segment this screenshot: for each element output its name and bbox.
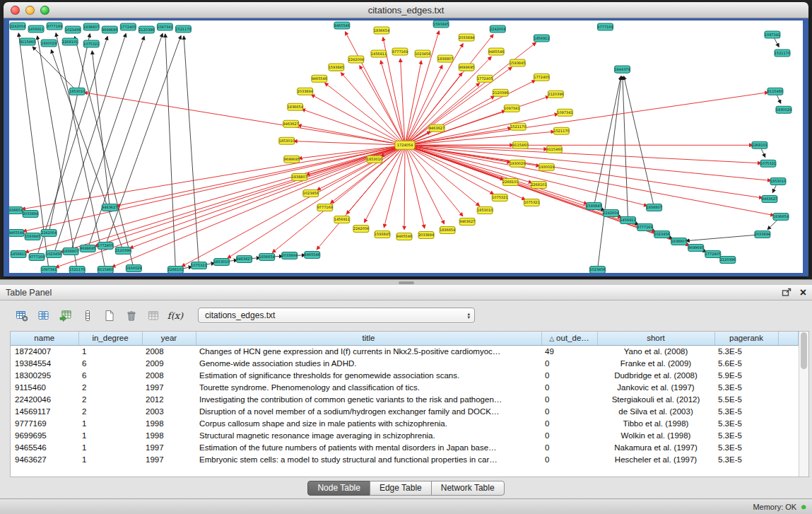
network-node[interactable]: 1023456 [589,267,605,273]
network-node[interactable]: 1097341 [765,31,780,38]
network-node[interactable]: 2033894 [282,252,298,259]
network-node[interactable]: 1521170 [510,123,526,130]
network-node[interactable]: 9777169 [392,48,408,55]
network-node[interactable]: 9115460 [767,88,783,95]
network-node[interactable]: 1838807 [83,23,99,30]
table-row[interactable]: 911546021997Tourette syndrome. Phenomeno… [11,381,799,393]
network-node[interactable]: 1836654 [9,206,23,214]
function-builder-icon[interactable]: f(x) [166,308,184,323]
network-node[interactable]: 1456911 [11,251,26,258]
citation-edge-red[interactable] [406,147,425,228]
network-node[interactable]: 1075321 [83,40,99,47]
window-titlebar[interactable]: citations_edges.txt [4,2,808,18]
network-node[interactable]: 9463627 [102,204,117,211]
column-header-title[interactable]: title [196,332,541,345]
network-node[interactable]: 1456911 [334,216,350,223]
network-node[interactable]: 1521170 [175,25,191,33]
network-node[interactable]: 2268101 [502,178,518,185]
network-node[interactable]: 2033894 [459,34,474,41]
network-node[interactable]: 2120396 [139,26,154,33]
network-node[interactable]: 1521170 [775,49,790,57]
network-node[interactable]: 1772405 [98,243,113,250]
column-header-name[interactable]: name [11,332,78,345]
citation-edge-black[interactable] [594,76,620,204]
network-node[interactable]: 2242004 [353,226,369,233]
citation-edge-black[interactable] [598,76,621,268]
network-node[interactable]: 9777169 [317,204,333,211]
network-node[interactable]: 2120396 [115,247,131,255]
citation-edge-black[interactable] [71,37,144,250]
column-header-out-de[interactable]: △out_de… [541,332,597,345]
network-node[interactable]: 1772405 [534,74,549,81]
network-node[interactable]: 2242004 [490,25,505,33]
network-canvas[interactable]: 1724054185301094636271836654203389494655… [9,21,803,273]
citation-edge-red[interactable] [404,147,405,229]
network-node[interactable]: 2033894 [418,232,434,239]
network-node[interactable]: 1521170 [69,267,85,273]
show-columns-icon[interactable] [35,308,53,323]
column-header-year[interactable]: year [142,332,196,345]
table-row[interactable]: 1872400712008Changes of HCN gene express… [11,345,799,357]
network-node[interactable]: 1593845 [375,231,390,238]
column-header-pagerank[interactable]: pagerank [714,332,778,345]
citation-edge-red[interactable] [312,95,404,144]
network-node[interactable]: 9463627 [429,124,445,132]
citation-edge-red[interactable] [407,146,771,181]
column-header-short[interactable]: short [597,332,714,345]
network-node[interactable]: 1456911 [534,35,549,42]
network-node[interactable]: 1930029 [776,106,792,113]
network-node[interactable]: 1853010 [69,88,85,95]
network-node[interactable]: 2268101 [62,38,78,45]
delete-table-icon[interactable] [122,308,141,323]
citation-edge-red[interactable] [407,146,494,194]
network-node[interactable]: 1838807 [671,238,687,245]
network-node[interactable]: 1456911 [371,50,387,57]
network-node[interactable]: 1097341 [157,23,172,30]
tab-node-table[interactable]: Node Table [307,481,370,496]
citation-edge-red[interactable] [61,146,403,252]
tab-network-table[interactable]: Network Table [431,481,505,496]
network-node[interactable]: 1930029 [539,163,554,170]
network-node[interactable]: 1838807 [63,248,78,255]
network-node[interactable]: 1097341 [41,267,57,273]
network-node[interactable]: 1593845 [329,64,344,71]
network-node[interactable]: 1075321 [760,160,776,167]
table-options-icon[interactable] [13,308,31,323]
network-canvas-svg[interactable]: 1724054185301094636271836654203389494655… [9,21,803,273]
citation-edge-red[interactable] [117,146,403,206]
network-node[interactable]: 1593845 [25,233,40,240]
panel-splitter[interactable] [0,279,812,285]
network-node[interactable]: 9699695 [284,156,300,163]
network-node[interactable]: 9465546 [334,22,350,29]
network-node[interactable]: 1772405 [120,23,136,30]
network-node[interactable]: 1023456 [415,50,430,57]
network-node[interactable]: 1023456 [303,189,319,197]
network-node[interactable]: 1593845 [586,202,601,209]
network-node[interactable]: 1023456 [65,26,81,33]
network-node[interactable]: 1521170 [553,127,569,134]
network-node[interactable]: 9463627 [459,218,475,225]
network-node[interactable]: 1836654 [440,227,455,234]
network-node[interactable]: 1930029 [41,40,57,47]
network-node[interactable]: 1853010 [367,156,382,163]
network-node[interactable]: 1075321 [191,262,206,269]
merge-table-icon[interactable] [144,308,163,323]
float-panel-icon[interactable] [782,288,792,297]
network-node[interactable]: 1075321 [524,199,539,206]
network-node[interactable]: 2120396 [493,89,508,96]
network-node[interactable]: 9465546 [396,233,412,240]
citation-edge-black[interactable] [624,76,654,206]
table-row[interactable]: 1456911722003Disruption of a novel membe… [11,405,799,417]
new-table-icon[interactable] [100,308,119,323]
network-node[interactable]: 2268101 [752,141,767,148]
network-node[interactable]: 1593845 [433,21,449,28]
citation-edge-red[interactable] [406,147,444,224]
import-table-icon[interactable] [57,308,75,323]
network-node[interactable]: 9465546 [305,252,320,259]
network-node[interactable]: 1593845 [510,59,525,66]
citation-edge-red[interactable] [407,93,768,145]
table-row[interactable]: 977716911998Corpus callosum shape and si… [11,417,799,429]
network-node[interactable]: 1836654 [374,27,389,34]
network-node[interactable]: 2268101 [167,267,183,273]
network-node[interactable]: 1023456 [654,231,670,238]
